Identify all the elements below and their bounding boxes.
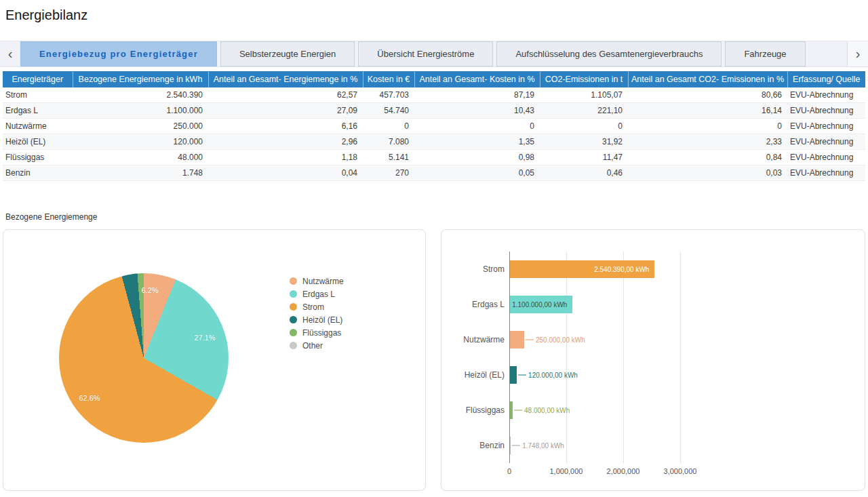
legend-item-heizoel[interactable]: Heizöl (EL)	[290, 313, 344, 326]
col-header-erfassung-quelle: Erfassung/ Quelle	[787, 71, 865, 87]
legend-item-strom[interactable]: Strom	[290, 300, 344, 313]
bar-category-label: Flüssiggas	[445, 405, 505, 415]
energy-balance-table: Energieträger Bezogene Energiemenge in k…	[3, 71, 865, 181]
cell-kosten: 270	[363, 165, 414, 181]
tab-energiebezug-pro-energietraeger[interactable]: Energiebezug pro Energieträger	[20, 41, 217, 66]
legend-label: Heizöl (EL)	[302, 315, 342, 325]
chevron-right-icon: ›	[856, 46, 861, 62]
cell-co2: 221,10	[540, 103, 628, 119]
page-title: Energiebilanz	[5, 5, 868, 24]
cell-energiemenge: 120.000	[73, 134, 208, 150]
bar-row: Heizöl (EL) 120.000,00 kWh	[509, 357, 856, 393]
cell-co2: 0,46	[540, 165, 628, 181]
bar-value-text: 250.000,00 kWh	[536, 336, 585, 344]
tab-selbsterzeugte-energien[interactable]: Selbsterzeugte Energien	[220, 41, 355, 66]
col-header-bezogene-energiemenge: Bezogene Energiemenge in kWh	[73, 71, 208, 87]
tabs-scroll-left-button[interactable]: ‹	[0, 41, 20, 66]
chevron-left-icon: ‹	[8, 46, 13, 62]
bar-fluessiggas[interactable]	[510, 401, 513, 419]
tab-bar: ‹ Energiebezug pro Energieträger Selbste…	[0, 41, 868, 67]
cell-energiemenge: 1.748	[73, 165, 208, 181]
cell-erfassung: EVU-Abrechnung	[787, 165, 865, 181]
pie-chart[interactable]	[59, 273, 229, 443]
legend-item-fluessiggas[interactable]: Flüssiggas	[290, 326, 344, 339]
cell-anteil-energiemenge: 62,57	[208, 87, 363, 103]
col-header-energietraeger: Energieträger	[3, 71, 73, 87]
table-row: Erdgas L 1.100.000 27,09 54.740 10,43 22…	[3, 103, 865, 119]
legend-label: Nutzwärme	[302, 277, 344, 286]
col-header-anteil-kosten: Anteil an Gesamt- Kosten in %	[414, 71, 540, 87]
cell-anteil-energiemenge: 2,96	[208, 134, 363, 150]
cell-anteil-co2: 16,14	[628, 103, 787, 119]
pie-label-strom: 62.6%	[79, 394, 100, 402]
cell-erfassung: EVU-Abrechnung	[787, 134, 865, 150]
cell-anteil-kosten: 87,19	[414, 87, 540, 103]
cell-anteil-kosten: 1,35	[414, 134, 540, 150]
bar-value-label: 48.000,00 kWh	[514, 407, 570, 414]
cell-anteil-co2: 0,84	[628, 150, 787, 165]
cell-erfassung: EVU-Abrechnung	[787, 87, 865, 103]
tab-uebersicht-energiestroeme[interactable]: Übersicht Energieströme	[358, 41, 493, 66]
pie-legend: Nutzwärme Erdgas L Strom Heizöl (EL)	[290, 275, 344, 352]
x-tick-label: 0	[507, 467, 511, 475]
cell-co2: 0	[540, 119, 628, 134]
cell-erfassung: EVU-Abrechnung	[787, 119, 865, 134]
table-header-row: Energieträger Bezogene Energiemenge in k…	[3, 71, 865, 87]
cell-kosten: 5.141	[363, 150, 414, 165]
bar-row: Benzin 1.748,00 kWh	[509, 428, 856, 463]
bar-benzin[interactable]	[510, 437, 511, 454]
cell-energietraeger: Flüssiggas	[3, 150, 73, 165]
value-connector-line	[514, 410, 522, 411]
cell-energiemenge: 250.000	[73, 119, 208, 134]
legend-item-other[interactable]: Other	[290, 339, 344, 352]
bar-nutzwaerme[interactable]	[510, 331, 524, 349]
legend-label: Erdgas L	[302, 290, 335, 299]
cell-anteil-co2: 80,66	[628, 87, 787, 103]
bar-chart: Strom 2.540.390,00 kWh Erdgas L 1.100.00…	[441, 230, 865, 478]
cell-anteil-energiemenge: 1,18	[208, 150, 363, 165]
legend-swatch	[290, 316, 297, 323]
cell-anteil-energiemenge: 27,09	[208, 103, 363, 119]
cell-anteil-kosten: 0,05	[414, 165, 540, 181]
bar-value-label: 2.540.390,00 kWh	[594, 266, 649, 273]
tab-aufschluesselung-gesamtenergieverbrauch[interactable]: Aufschlüsselung des Gesamtenergieverbrau…	[496, 41, 722, 66]
cell-erfassung: EVU-Abrechnung	[787, 103, 865, 119]
legend-swatch	[290, 290, 297, 298]
section-title: Bezogene Energiemenge	[5, 212, 865, 222]
tab-fahrzeuge[interactable]: Fahrzeuge	[725, 41, 805, 66]
bar-row: Flüssiggas 48.000,00 kWh	[509, 393, 856, 428]
table-row: Strom 2.540.390 62,57 457.703 87,19 1.10…	[3, 87, 865, 103]
x-tick-label: 1,000,000	[550, 467, 583, 475]
bar-value-label: 120.000,00 kWh	[518, 372, 578, 379]
bar-category-label: Strom	[445, 264, 505, 274]
cell-co2: 1.105,07	[540, 87, 628, 103]
cell-energietraeger: Benzin	[3, 165, 73, 181]
bar-row: Nutzwärme 250.000,00 kWh	[509, 322, 856, 357]
cell-kosten: 0	[363, 119, 414, 134]
legend-label: Strom	[302, 302, 324, 312]
cell-kosten: 457.703	[363, 87, 414, 103]
legend-item-nutzwaerme[interactable]: Nutzwärme	[290, 275, 344, 287]
bar-heizoel[interactable]	[510, 366, 517, 384]
bar-value-label: 1.748,00 kWh	[512, 442, 564, 450]
energiebilanz-page: Energiebilanz ‹ Energiebezug pro Energie…	[0, 5, 868, 491]
bar-value-text: 1.748,00 kWh	[522, 442, 564, 450]
x-axis: 0 1,000,000 2,000,000 3,000,000	[509, 463, 856, 478]
cell-energietraeger: Nutzwärme	[3, 119, 73, 134]
tabs-scroll-right-button[interactable]: ›	[847, 41, 868, 66]
bar-row: Erdgas L 1.100.000,00 kWh	[509, 287, 856, 322]
col-header-anteil-co2: Anteil an Gesamt CO2- Emissionen in %	[628, 71, 787, 87]
cell-co2: 31,92	[540, 134, 628, 150]
legend-label: Other	[302, 341, 323, 351]
pie-label-nutzwaerme: 6.2%	[141, 286, 158, 294]
bar-value-text: 120.000,00 kWh	[528, 372, 578, 379]
cell-energietraeger: Erdgas L	[3, 103, 73, 119]
tab-list: Energiebezug pro Energieträger Selbsterz…	[20, 41, 847, 66]
bar-chart-card: Strom 2.540.390,00 kWh Erdgas L 1.100.00…	[441, 229, 865, 491]
x-tick-label: 3,000,000	[664, 467, 697, 475]
cell-co2: 11,47	[540, 150, 628, 165]
bar-value-text: 2.540.390,00 kWh	[594, 266, 649, 273]
value-connector-line	[526, 340, 534, 340]
legend-item-erdgas[interactable]: Erdgas L	[290, 287, 344, 300]
table-row: Benzin 1.748 0,04 270 0,05 0,46 0,03 EVU…	[3, 165, 865, 181]
